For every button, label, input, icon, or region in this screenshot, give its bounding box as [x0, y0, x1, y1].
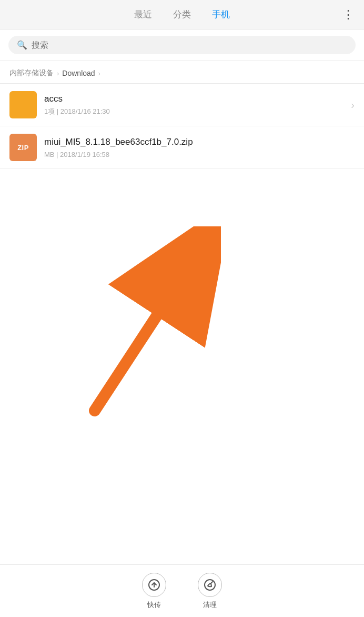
svg-line-4 [211, 582, 213, 583]
svg-point-3 [205, 580, 215, 590]
zip-icon: ZIP [9, 134, 37, 161]
quick-share-icon [142, 573, 166, 597]
file-info: accs 1项 | 2018/1/16 21:30 [44, 93, 347, 116]
file-info: miui_MI5_8.1.18_bee63ccf1b_7.0.zip MB | … [44, 136, 355, 158]
breadcrumb-root[interactable]: 内部存储设备 [9, 68, 54, 78]
file-meta: MB | 2018/1/19 16:58 [44, 151, 355, 158]
folder-icon [9, 91, 37, 118]
file-name: accs [44, 93, 347, 105]
list-item[interactable]: ZIP miui_MI5_8.1.18_bee63ccf1b_7.0.zip M… [0, 126, 364, 169]
nav-tabs: 最近 分类 手机 [134, 6, 230, 23]
tab-recent[interactable]: 最近 [134, 6, 152, 23]
quick-share-label: 快传 [147, 600, 161, 610]
clean-label: 清理 [203, 600, 217, 610]
breadcrumb-sep-2: › [98, 69, 100, 77]
more-menu-icon[interactable]: ⋮ [342, 8, 355, 22]
svg-line-1 [95, 258, 195, 411]
clean-icon [198, 573, 222, 597]
file-meta: 1项 | 2018/1/16 21:30 [44, 107, 347, 116]
search-icon: 🔍 [17, 40, 27, 50]
search-bar: 🔍 [0, 29, 364, 61]
tab-phone[interactable]: 手机 [212, 6, 230, 23]
search-input[interactable] [32, 41, 347, 50]
top-nav: 最近 分类 手机 ⋮ [0, 0, 364, 29]
bottom-bar: 快传 清理 [0, 564, 364, 617]
quick-share-action[interactable]: 快传 [142, 573, 166, 610]
breadcrumb-current[interactable]: Download [62, 69, 95, 77]
annotation-arrow [53, 226, 221, 426]
breadcrumb-sep-1: › [57, 69, 59, 77]
file-name: miui_MI5_8.1.18_bee63ccf1b_7.0.zip [44, 136, 355, 148]
breadcrumb: 内部存储设备 › Download › [0, 61, 364, 84]
file-list: accs 1项 | 2018/1/16 21:30 › ZIP miui_MI5… [0, 84, 364, 169]
search-input-wrap[interactable]: 🔍 [8, 36, 356, 54]
tab-category[interactable]: 分类 [173, 6, 191, 23]
chevron-right-icon: › [351, 99, 355, 111]
list-item[interactable]: accs 1项 | 2018/1/16 21:30 › [0, 84, 364, 126]
clean-action[interactable]: 清理 [198, 573, 222, 610]
